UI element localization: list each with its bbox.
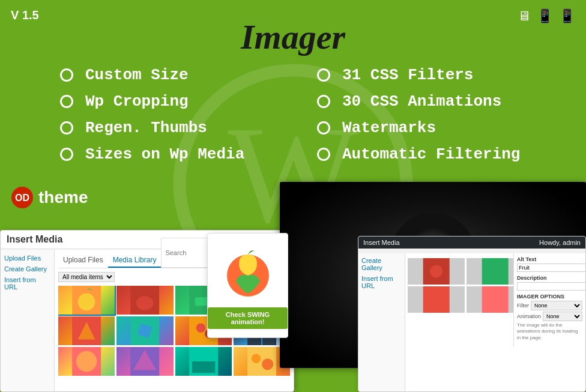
imager-options-label: IMAGER OPTIONS [517, 294, 582, 300]
swing-animation-button[interactable]: Check SWING animation! [208, 307, 288, 329]
imager-options-section: IMAGER OPTIONS Filter None Animation Non… [517, 294, 582, 341]
feature-label-7: Watermarks [342, 119, 436, 137]
feature-css-animations: 30 CSS Animations [317, 92, 526, 110]
bullet-2 [60, 95, 73, 108]
svg-rect-39 [423, 286, 450, 313]
feature-wp-cropping: Wp Cropping [60, 92, 269, 110]
bullet-4 [60, 148, 73, 161]
features-right: 31 CSS Filters 30 CSS Animations Waterma… [317, 66, 526, 163]
right-insert-from-url-link[interactable]: Insert from URL [361, 275, 402, 289]
create-gallery-link[interactable]: Create Gallery [4, 265, 50, 273]
theme-logo-icon: OD [11, 186, 34, 209]
bullet-8 [317, 148, 330, 161]
feature-sizes-wp-media: Sizes on Wp Media [60, 145, 269, 163]
feature-label-2: Wp Cropping [85, 92, 189, 110]
features-area: Custom Size Wp Cropping Regen. Thumbs Si… [60, 66, 526, 163]
animation-field-label: Animation [517, 313, 541, 319]
bullet-7 [317, 121, 330, 134]
svg-rect-26 [192, 361, 214, 373]
imager-info-text: The image will do the animations during … [517, 322, 582, 341]
alt-text-label: Alt Text [517, 256, 582, 262]
media-search-input[interactable] [161, 238, 209, 268]
description-label: Description [517, 275, 582, 281]
upload-files-tab[interactable]: Upload Files [4, 255, 50, 262]
right-dialog-header: Insert Media Howdy, admin [358, 237, 585, 249]
fruit-image [218, 243, 278, 303]
svg-point-7 [136, 296, 154, 310]
bullet-5 [317, 68, 330, 82]
screenshots-area: Insert Media × Upload Files Create Galle… [0, 212, 586, 392]
bullet-3 [60, 121, 73, 134]
svg-point-5 [78, 293, 95, 310]
svg-text:OD: OD [15, 193, 29, 203]
feature-label-5: 31 CSS Filters [342, 66, 473, 84]
thumb-2[interactable] [116, 286, 173, 315]
fruit-card: Check SWING animation! [207, 233, 288, 338]
filter-field-label: Filter [517, 303, 529, 309]
admin-label: Howdy, admin [539, 239, 581, 246]
right-dialog-sidebar: Create Gallery Insert from URL [358, 253, 405, 392]
thumb-6[interactable] [116, 316, 173, 345]
feature-css-filters: 31 CSS Filters [317, 66, 526, 84]
insert-media-dialog-right: Insert Media Howdy, admin Create Gallery… [358, 236, 586, 392]
svg-point-29 [262, 358, 273, 370]
right-create-gallery-link[interactable]: Create Gallery [361, 257, 402, 271]
feature-auto-filtering: Automatic Filtering [317, 145, 526, 163]
feature-watermarks: Watermarks [317, 119, 526, 137]
animation-select[interactable]: None [543, 312, 582, 321]
svg-point-22 [76, 351, 97, 372]
theme-label: theme [38, 188, 88, 207]
feature-custom-size: Custom Size [60, 66, 269, 84]
svg-point-36 [430, 265, 443, 277]
theme-logo: OD theme [11, 186, 88, 209]
filter-field: Filter None [517, 301, 582, 310]
right-thumb-1[interactable] [408, 258, 465, 285]
svg-point-16 [196, 324, 205, 333]
right-dialog-title: Insert Media [363, 239, 400, 246]
thumb-5[interactable] [58, 316, 115, 345]
main-title: Imager [0, 17, 586, 57]
feature-label-1: Custom Size [85, 66, 189, 84]
dialog-sidebar: Upload Files Create Gallery Insert from … [1, 250, 55, 392]
svg-point-28 [252, 354, 261, 363]
features-left: Custom Size Wp Cropping Regen. Thumbs Si… [60, 66, 269, 163]
filter-select[interactable]: None [531, 301, 582, 310]
tab-media-library[interactable]: Media Library [108, 253, 162, 268]
thumb-9[interactable] [58, 347, 115, 376]
feature-label-3: Regen. Thumbs [85, 119, 207, 137]
alt-text-input[interactable] [517, 264, 586, 272]
svg-rect-37 [482, 258, 509, 285]
feature-label-8: Automatic Filtering [342, 145, 520, 163]
bullet-6 [317, 95, 330, 108]
animation-field: Animation None [517, 312, 582, 321]
insert-from-url-link[interactable]: Insert from URL [4, 276, 50, 291]
thumb-10[interactable] [116, 347, 173, 376]
description-section: Description [517, 275, 582, 291]
feature-regen-thumbs: Regen. Thumbs [60, 119, 269, 137]
media-filter-select[interactable]: All media items [58, 272, 115, 282]
right-thumb-4[interactable] [408, 286, 465, 313]
feature-label-4: Sizes on Wp Media [85, 145, 244, 163]
svg-rect-40 [482, 286, 509, 313]
dialog-title: Insert Media [7, 234, 62, 245]
bullet-1 [60, 68, 73, 82]
thumb-11[interactable] [175, 347, 232, 376]
alt-text-section: Alt Text [517, 256, 582, 272]
description-input[interactable] [517, 282, 586, 291]
feature-label-6: 30 CSS Animations [342, 92, 501, 110]
right-panel: Alt Text Description IMAGER OPTIONS Filt… [513, 253, 585, 347]
thumb-fruit[interactable] [58, 286, 115, 315]
tab-upload[interactable]: Upload Files [58, 253, 108, 268]
